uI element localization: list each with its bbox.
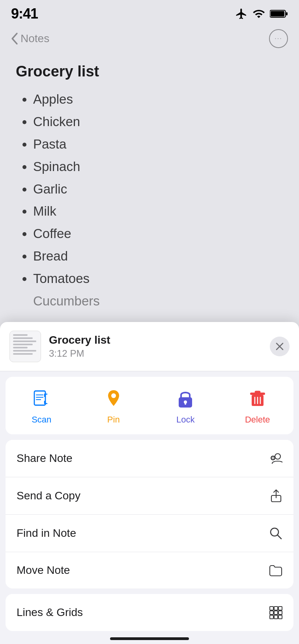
svg-point-19 — [275, 454, 280, 459]
thumb-line — [13, 350, 36, 352]
nav-back-button[interactable]: Notes — [11, 32, 49, 45]
airplane-icon — [235, 7, 248, 20]
svg-rect-31 — [274, 611, 278, 614]
list-item: Garlic — [33, 181, 283, 198]
find-in-note-label: Find in Note — [17, 527, 76, 540]
nav-back-label: Notes — [21, 32, 49, 45]
delete-action[interactable]: Delete — [222, 388, 294, 425]
note-preview-time: 3:12 PM — [49, 348, 262, 359]
find-in-note-icon — [269, 527, 282, 540]
find-in-note-item[interactable]: Find in Note — [6, 515, 293, 552]
thumb-line — [13, 341, 36, 342]
svg-rect-15 — [255, 391, 260, 393]
share-note-label: Share Note — [17, 452, 73, 465]
list-item: Cucumbers — [33, 293, 283, 310]
share-note-icon — [269, 452, 282, 465]
svg-rect-5 — [34, 391, 45, 405]
wifi-icon — [252, 7, 266, 20]
svg-rect-35 — [278, 615, 282, 619]
send-copy-label: Send a Copy — [17, 490, 80, 502]
move-note-icon — [269, 564, 282, 577]
battery-icon — [270, 8, 288, 19]
share-note-item[interactable]: Share Note — [6, 440, 293, 477]
bottom-sheet: Grocery list 3:12 PM — [0, 322, 299, 644]
scan-action[interactable]: Scan — [6, 388, 78, 425]
lines-grids-label: Lines & Grids — [17, 606, 83, 619]
note-preview-title: Grocery list — [49, 334, 262, 346]
note-title: Grocery list — [16, 63, 283, 80]
close-icon — [275, 342, 284, 351]
list-item: Tomatoes — [33, 270, 283, 287]
status-time: 9:41 — [11, 6, 38, 22]
lock-label: Lock — [176, 415, 194, 425]
list-item: Chicken — [33, 114, 283, 130]
note-preview-info: Grocery list 3:12 PM — [49, 334, 262, 359]
nav-more-button[interactable]: ··· — [269, 29, 288, 48]
move-note-item[interactable]: Move Note — [6, 552, 293, 588]
lines-grids-icon — [269, 606, 282, 619]
list-item: Coffee — [33, 225, 283, 242]
home-indicator — [110, 637, 189, 640]
close-button[interactable] — [270, 337, 290, 356]
thumb-line — [13, 347, 28, 348]
svg-rect-34 — [274, 615, 278, 619]
action-row: Scan Pin Lock — [6, 377, 293, 434]
pin-label: Pin — [107, 415, 120, 425]
send-copy-icon — [270, 489, 282, 503]
lock-action[interactable]: Lock — [150, 388, 222, 425]
chevron-left-icon — [11, 32, 18, 45]
svg-rect-28 — [274, 607, 278, 610]
svg-point-9 — [111, 393, 116, 398]
list-item: Spinach — [33, 158, 283, 175]
svg-rect-29 — [278, 607, 282, 610]
note-content-area: Grocery list Apples Chicken Pasta Spinac… — [0, 54, 299, 325]
thumb-line — [13, 344, 33, 345]
status-bar: 9:41 — [0, 0, 299, 26]
svg-rect-12 — [185, 402, 186, 405]
list-item: Pasta — [33, 136, 283, 153]
lines-grids-item[interactable]: Lines & Grids — [6, 594, 293, 631]
nav-bar: Notes ··· — [0, 26, 299, 54]
thumb-line — [13, 353, 33, 355]
svg-rect-32 — [278, 611, 282, 614]
pin-icon — [103, 388, 125, 410]
svg-rect-27 — [270, 607, 273, 610]
thumb-line — [13, 337, 33, 339]
svg-rect-1 — [271, 11, 284, 17]
svg-line-26 — [278, 535, 281, 539]
lock-icon — [174, 388, 196, 410]
scan-label: Scan — [32, 415, 51, 425]
grocery-list: Apples Chicken Pasta Spinach Garlic Milk… — [16, 91, 283, 310]
note-thumbnail — [9, 331, 41, 362]
status-icons — [235, 7, 288, 20]
thumb-line — [13, 334, 28, 336]
svg-rect-2 — [286, 12, 288, 15]
svg-rect-33 — [270, 615, 273, 619]
menu-list: Share Note Send a Copy — [6, 440, 293, 588]
send-copy-item[interactable]: Send a Copy — [6, 477, 293, 515]
delete-label: Delete — [245, 415, 270, 425]
scan-icon — [30, 388, 52, 410]
list-item: Apples — [33, 91, 283, 108]
pin-action[interactable]: Pin — [78, 388, 150, 425]
svg-point-25 — [271, 528, 278, 536]
delete-icon — [247, 388, 269, 410]
note-preview-row: Grocery list 3:12 PM — [0, 322, 299, 371]
move-note-label: Move Note — [17, 564, 70, 577]
list-item: Bread — [33, 248, 283, 265]
svg-rect-30 — [270, 611, 273, 614]
list-item: Milk — [33, 203, 283, 220]
nav-more-dots: ··· — [275, 35, 282, 42]
